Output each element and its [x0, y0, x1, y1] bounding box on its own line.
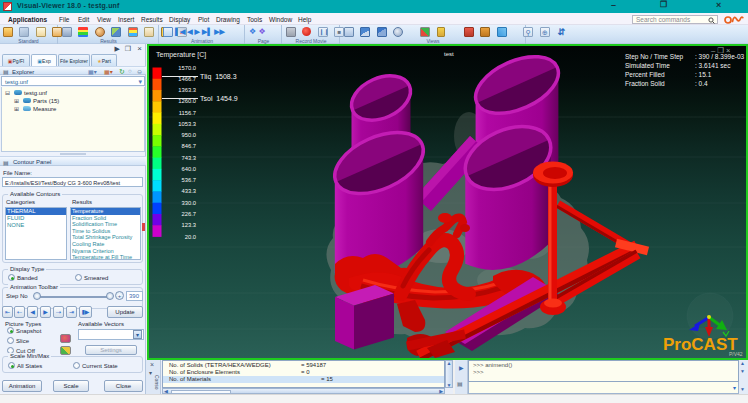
svg-text:ProCAST: ProCAST [663, 335, 738, 354]
svg-text:– ❐ ×: – ❐ × [711, 46, 730, 55]
svg-text:1053.3: 1053.3 [178, 121, 196, 127]
svg-text:123.3: 123.3 [181, 222, 196, 228]
svg-text:Temperature [C]: Temperature [C] [156, 51, 206, 59]
svg-text:: 3.6141 sec: : 3.6141 sec [695, 62, 731, 69]
svg-text:Step No / Time Step: Step No / Time Step [625, 53, 684, 61]
svg-text:test: test [444, 51, 454, 57]
svg-text:1156.7: 1156.7 [179, 110, 196, 116]
svg-text:226.7: 226.7 [181, 211, 196, 217]
svg-text:1570.0: 1570.0 [178, 65, 196, 71]
svg-text:640.0: 640.0 [181, 166, 196, 172]
svg-text:Percent Filled: Percent Filled [625, 71, 665, 78]
svg-text:Tsol 1454.9: Tsol 1454.9 [200, 95, 238, 102]
svg-text:330.0: 330.0 [181, 200, 196, 206]
svg-text:Simulated Time: Simulated Time [625, 62, 670, 69]
svg-text:846.7: 846.7 [181, 143, 196, 149]
svg-text:1363.3: 1363.3 [178, 87, 196, 93]
svg-text:950.0: 950.0 [181, 132, 196, 138]
svg-text:1260.0: 1260.0 [178, 98, 196, 104]
svg-text:433.3: 433.3 [181, 188, 196, 194]
svg-text:: 0.4: : 0.4 [695, 80, 708, 87]
svg-text:743.3: 743.3 [181, 155, 196, 161]
svg-text:Fraction Solid: Fraction Solid [625, 80, 665, 87]
svg-text:20.0: 20.0 [185, 234, 196, 240]
svg-text:536.7: 536.7 [181, 177, 196, 183]
svg-text:P/V42: P/V42 [729, 351, 743, 357]
svg-text:: 15.1: : 15.1 [695, 71, 712, 78]
svg-text:Tliq 1508.3: Tliq 1508.3 [200, 73, 237, 81]
